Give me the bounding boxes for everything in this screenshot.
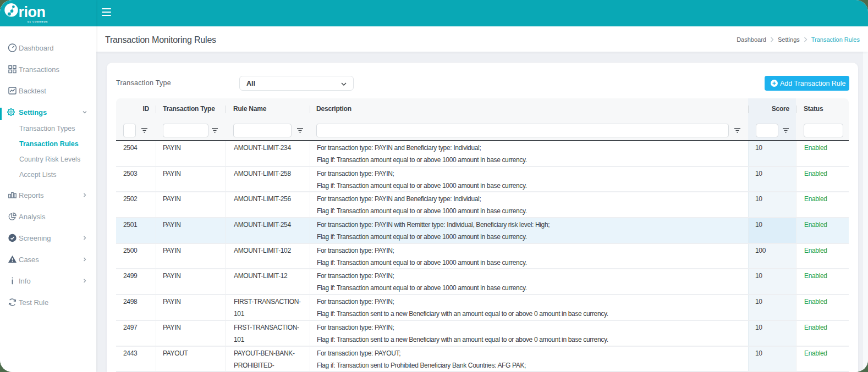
svg-text:rion: rion [19,4,46,20]
svg-text:by CODENUX: by CODENUX [28,20,48,23]
